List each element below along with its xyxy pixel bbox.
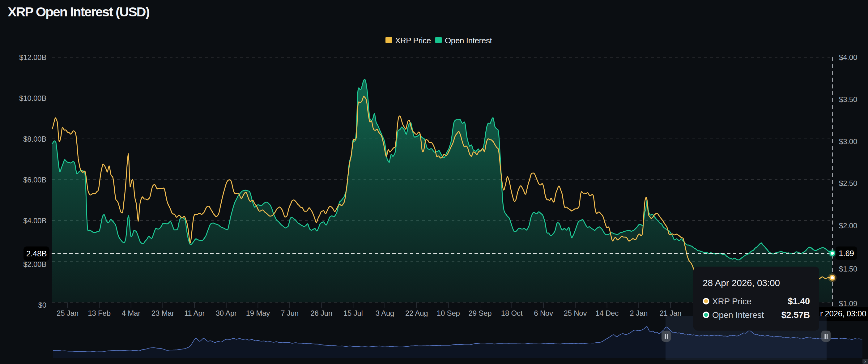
svg-text:$0: $0	[38, 301, 46, 309]
svg-text:$1.40: $1.40	[787, 296, 810, 306]
svg-text:$1.09: $1.09	[839, 299, 857, 308]
svg-text:$4.00B: $4.00B	[23, 216, 46, 225]
svg-text:Open Interest: Open Interest	[445, 36, 492, 45]
svg-text:$3.50: $3.50	[839, 95, 857, 103]
svg-text:22 Aug: 22 Aug	[405, 309, 428, 317]
svg-text:23 Mar: 23 Mar	[152, 309, 174, 317]
svg-text:26 Jun: 26 Jun	[310, 309, 332, 317]
svg-text:18 Oct: 18 Oct	[501, 309, 523, 317]
svg-text:XRP Open Interest (USD): XRP Open Interest (USD)	[8, 4, 149, 19]
svg-text:14 Dec: 14 Dec	[595, 309, 619, 317]
svg-text:$2.57B: $2.57B	[781, 310, 810, 320]
svg-text:4 Mar: 4 Mar	[122, 309, 141, 317]
svg-text:$2.00: $2.00	[839, 221, 857, 230]
svg-text:$3.00: $3.00	[839, 137, 857, 146]
svg-text:25 Jan: 25 Jan	[57, 309, 79, 317]
svg-text:2 Jan: 2 Jan	[630, 309, 648, 317]
svg-text:2.48B: 2.48B	[26, 249, 47, 258]
svg-text:XRP Price: XRP Price	[395, 36, 431, 45]
svg-text:$2.50: $2.50	[839, 179, 857, 187]
svg-text:r 2026, 03:00: r 2026, 03:00	[820, 309, 866, 318]
svg-text:Open Interest: Open Interest	[712, 310, 764, 320]
svg-text:$1.50: $1.50	[839, 265, 857, 273]
svg-text:1.69: 1.69	[839, 249, 854, 258]
svg-text:›: ›	[864, 358, 866, 364]
svg-text:6 Nov: 6 Nov	[534, 309, 553, 317]
svg-text:21 Jan: 21 Jan	[659, 309, 681, 317]
svg-text:3 Aug: 3 Aug	[376, 309, 394, 317]
svg-text:15 Jul: 15 Jul	[343, 309, 363, 317]
svg-text:$10.00B: $10.00B	[19, 94, 46, 102]
svg-text:$12.00B: $12.00B	[19, 53, 46, 62]
svg-text:29 Sep: 29 Sep	[469, 309, 492, 317]
svg-text:28 Apr 2026, 03:00: 28 Apr 2026, 03:00	[703, 278, 780, 288]
svg-text:$2.00B: $2.00B	[23, 260, 46, 268]
svg-text:25 Nov: 25 Nov	[563, 309, 587, 317]
svg-text:13 Feb: 13 Feb	[88, 309, 111, 317]
svg-text:7 Jun: 7 Jun	[281, 309, 299, 317]
svg-text:19 May: 19 May	[246, 309, 270, 317]
svg-text:$6.00B: $6.00B	[23, 176, 46, 184]
svg-text:$4.00: $4.00	[839, 53, 857, 62]
svg-text:11 Apr: 11 Apr	[184, 309, 205, 317]
svg-text:30 Apr: 30 Apr	[216, 309, 237, 317]
svg-text:10 Sep: 10 Sep	[437, 309, 460, 317]
svg-text:$8.00B: $8.00B	[23, 135, 46, 143]
svg-text:XRP Price: XRP Price	[712, 297, 751, 306]
